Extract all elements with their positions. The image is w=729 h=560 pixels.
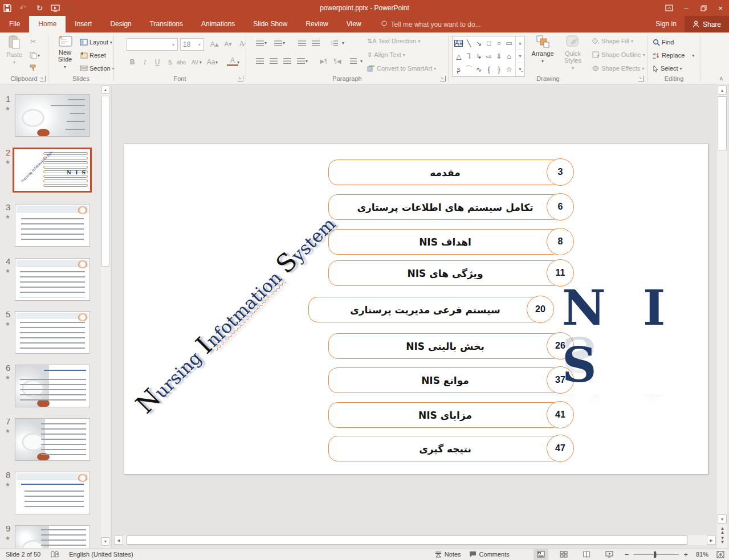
signin-button[interactable]: Sign in	[647, 16, 685, 32]
align-text-button[interactable]: ⇕Align Text▾	[367, 48, 405, 61]
thumbnail-image[interactable]	[15, 365, 90, 407]
thumbnail-image[interactable]	[15, 258, 90, 301]
vertical-scrollbar[interactable]: ▲ ▼ ▲▲ ▼▼	[717, 84, 727, 548]
thumbnail-image[interactable]	[15, 418, 90, 461]
clipboard-dialog-launcher[interactable]: ↘	[40, 76, 46, 81]
tab-insert[interactable]: Insert	[66, 16, 101, 32]
fit-to-window-icon[interactable]	[716, 551, 724, 558]
toc-row[interactable]: مقدمه	[328, 160, 562, 185]
thumbnail-image[interactable]	[15, 525, 90, 550]
tab-home[interactable]: Home	[29, 16, 66, 32]
justify-caret-icon[interactable]: ▾	[306, 59, 308, 64]
thumbnail-image[interactable]	[15, 94, 90, 137]
tab-slideshow[interactable]: Slide Show	[244, 16, 296, 32]
toc-row[interactable]: موانع NIS	[328, 367, 562, 393]
scrollbar-thumb[interactable]	[101, 96, 109, 267]
zoom-slider-thumb[interactable]	[654, 551, 656, 558]
reading-view-button[interactable]	[579, 549, 594, 560]
format-painter-icon[interactable]	[27, 62, 39, 73]
tab-review[interactable]: Review	[296, 16, 337, 32]
zoom-slider[interactable]: − +	[625, 550, 688, 559]
zoom-out-icon[interactable]: −	[625, 550, 629, 559]
bullets-icon[interactable]	[254, 37, 266, 48]
shapes-scroll-up-icon[interactable]: ▲	[516, 36, 524, 50]
freeform-shape-icon[interactable]: ʂ	[454, 63, 464, 76]
rtl-direction-icon[interactable]: ¶◀	[332, 55, 343, 67]
scroll-up-icon[interactable]: ▲	[718, 85, 727, 95]
toc-row[interactable]: نتیجه گیری	[328, 436, 562, 461]
toc-row[interactable]: ویژگی های NIS	[328, 260, 562, 286]
line-spacing-icon[interactable]: ↕	[328, 37, 340, 48]
paste-button[interactable]: Paste▾	[1, 35, 27, 72]
textbox-shape-icon[interactable]: A≡	[454, 37, 464, 50]
arc-shape-icon[interactable]: ⌒	[464, 63, 474, 76]
next-slide-button[interactable]: ▼▼	[718, 536, 727, 544]
line-shape-icon[interactable]: ╲	[464, 37, 474, 50]
reset-button[interactable]: Reset	[80, 49, 106, 62]
thumbnail-image[interactable]	[15, 311, 90, 354]
decrease-indent-icon[interactable]	[296, 37, 308, 48]
scrollbar-thumb[interactable]	[718, 96, 727, 150]
restore-icon[interactable]	[695, 0, 712, 16]
slide-indicator[interactable]: Slide 2 of 50	[6, 551, 40, 558]
align-center-icon[interactable]	[268, 55, 279, 67]
cut-icon[interactable]: ✂	[27, 36, 39, 47]
shape-outline-button[interactable]: Shape Outline▾	[592, 48, 645, 61]
change-case-button[interactable]: Aa	[205, 56, 217, 68]
copy-caret-icon[interactable]: ▾	[38, 53, 40, 58]
tab-file[interactable]: File	[0, 16, 29, 32]
bullets-caret-icon[interactable]: ▾	[264, 40, 267, 46]
elbow-connector-icon[interactable]: Ꞁ	[464, 50, 474, 63]
close-icon[interactable]: ×	[712, 0, 729, 16]
increase-font-icon[interactable]: A▴	[209, 38, 220, 50]
columns-caret-icon[interactable]: ▾	[360, 59, 363, 64]
section-button[interactable]: Section▾	[80, 62, 115, 75]
line-spacing-caret-icon[interactable]: ▾	[342, 40, 344, 46]
tab-view[interactable]: View	[337, 16, 370, 32]
normal-view-button[interactable]	[533, 549, 548, 560]
italic-button[interactable]: I	[139, 56, 150, 68]
minimize-icon[interactable]: –	[678, 0, 695, 16]
slide-sorter-view-button[interactable]	[556, 549, 571, 560]
oval-shape-icon[interactable]: ○	[494, 37, 504, 50]
down-arrow-shape-icon[interactable]: ⇩	[494, 50, 504, 63]
language-indicator[interactable]: English (United States)	[69, 551, 133, 558]
justify-icon[interactable]	[295, 55, 307, 67]
curve-shape-icon[interactable]: ∿	[474, 63, 484, 76]
font-size-combo[interactable]: 18▾	[180, 38, 204, 51]
horizontal-scrollbar[interactable]: ◀ ▶	[114, 535, 716, 545]
thumbnail-image[interactable]	[15, 472, 90, 514]
numbering-icon[interactable]	[272, 37, 284, 48]
collapse-ribbon-icon[interactable]: ∧	[719, 75, 723, 81]
current-slide[interactable]: مقدمه تکامل سیستم های اطلاعات پرستاری اه…	[124, 144, 708, 475]
new-slide-button[interactable]: New Slide▾	[52, 35, 78, 72]
spellcheck-icon[interactable]	[51, 551, 59, 558]
copy-icon[interactable]	[27, 50, 39, 61]
share-button[interactable]: Share	[685, 16, 729, 32]
shape-effects-button[interactable]: Shape Effects▾	[592, 62, 644, 75]
pentagon-shape-icon[interactable]: ⌂	[504, 50, 514, 63]
scrollbar-thumb[interactable]	[127, 536, 687, 545]
replace-button[interactable]: abac Replace▾	[653, 49, 694, 62]
quick-styles-button[interactable]: Quick Styles▾	[558, 35, 588, 72]
font-name-combo[interactable]: ▾	[127, 38, 178, 51]
tab-design[interactable]: Design	[101, 16, 140, 32]
comments-button[interactable]: Comments	[469, 551, 510, 558]
previous-slide-button[interactable]: ▲▲	[718, 526, 727, 534]
decrease-font-icon[interactable]: A▾	[222, 38, 234, 50]
ribbon-display-options-icon[interactable]	[661, 0, 678, 16]
increase-indent-icon[interactable]	[310, 37, 321, 48]
underline-button[interactable]: U	[152, 56, 163, 68]
scroll-down-icon[interactable]: ▼	[718, 514, 727, 524]
toc-row[interactable]: مزایای NIS	[328, 402, 562, 428]
zoom-level[interactable]: 81%	[696, 551, 708, 558]
arrow-shape-icon[interactable]: ↘	[474, 37, 484, 50]
scroll-down-icon[interactable]: ▼	[101, 537, 109, 546]
find-button[interactable]: Find	[653, 36, 674, 48]
bold-button[interactable]: B	[127, 56, 138, 68]
right-arrow-shape-icon[interactable]: ⇨	[484, 50, 494, 63]
shape-fill-button[interactable]: Shape Fill▾	[592, 35, 633, 47]
font-dialog-launcher[interactable]: ↘	[238, 76, 243, 81]
star-shape-icon[interactable]: ☆	[504, 63, 514, 76]
ltr-direction-icon[interactable]: ▶¶	[318, 55, 329, 67]
